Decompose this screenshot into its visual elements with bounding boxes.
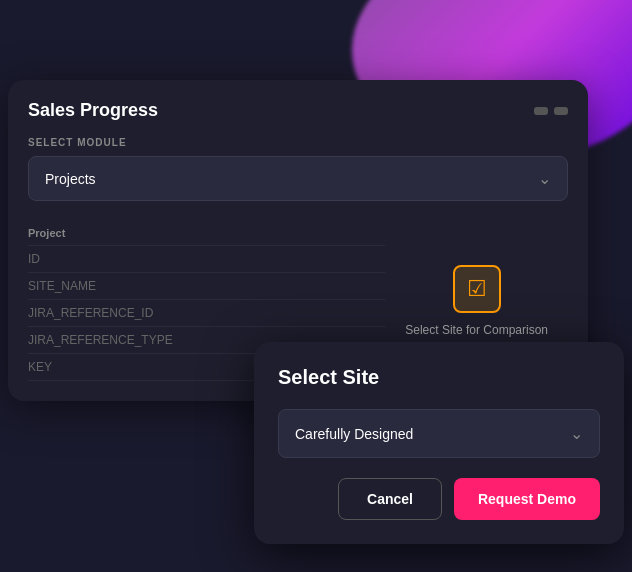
table-row: Project: [28, 221, 385, 246]
modal-actions: Cancel Request Demo: [278, 478, 600, 520]
table-row: ID: [28, 246, 385, 273]
select-site-modal: Select Site Carefully Designed ⌄ Cancel …: [254, 342, 624, 544]
window-close-btn[interactable]: [554, 107, 568, 115]
site-dropdown[interactable]: Carefully Designed ⌄: [278, 409, 600, 458]
table-row: JIRA_REFERENCE_ID: [28, 300, 385, 327]
card-title: Sales Progress: [28, 100, 158, 121]
comparison-label: Select Site for Comparison: [405, 323, 548, 337]
module-dropdown[interactable]: Projects ⌄: [28, 156, 568, 201]
card-header: Sales Progress: [28, 100, 568, 121]
comparison-icon-wrap[interactable]: ☑: [453, 265, 501, 313]
chevron-down-icon: ⌄: [538, 169, 551, 188]
site-chevron-down-icon: ⌄: [570, 424, 583, 443]
modal-title: Select Site: [278, 366, 600, 389]
module-dropdown-text: Projects: [45, 171, 96, 187]
module-label: SELECT MODULE: [28, 137, 568, 148]
cancel-button[interactable]: Cancel: [338, 478, 442, 520]
window-controls: [534, 107, 568, 115]
site-dropdown-text: Carefully Designed: [295, 426, 413, 442]
request-demo-button[interactable]: Request Demo: [454, 478, 600, 520]
checkbox-icon: ☑: [467, 276, 487, 302]
window-minimize-btn[interactable]: [534, 107, 548, 115]
table-row: SITE_NAME: [28, 273, 385, 300]
